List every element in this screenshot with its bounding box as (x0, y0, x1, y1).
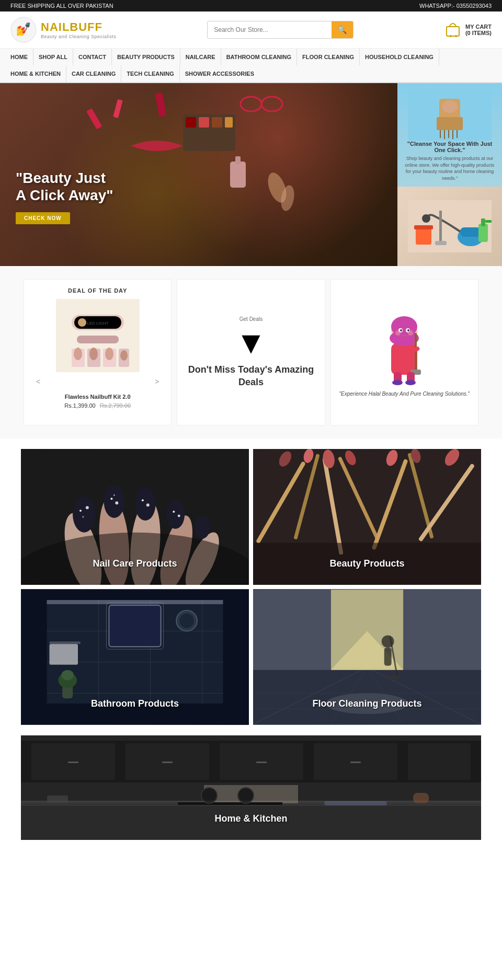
svg-rect-64 (415, 333, 417, 375)
search-input[interactable] (208, 22, 332, 38)
hero-banner: "Beauty Just A Click Away" CHECK NOW (0, 83, 502, 266)
kitchen-svg (21, 735, 481, 840)
svg-rect-39 (485, 220, 492, 223)
search-bar[interactable]: 🔍 (207, 21, 353, 39)
bathroom-category-card[interactable]: Bathroom Products (21, 589, 249, 725)
svg-rect-31 (460, 227, 481, 237)
logo[interactable]: 💅 NAILBUFF Beauty and Cleaning Specialis… (10, 17, 117, 43)
home-kitchen-category-card[interactable]: Home & Kitchen (21, 735, 481, 840)
svg-rect-16 (230, 162, 246, 188)
nailcare-category-card[interactable]: Nail Care Products (21, 449, 249, 585)
deals-section: DEAL OF THE DAY LED LIGHT (0, 266, 502, 439)
svg-rect-5 (86, 108, 102, 130)
nav-household-cleaning[interactable]: HOUSEHOLD CLEANING (360, 49, 439, 65)
bottom-category-section: Home & Kitchen (0, 735, 502, 850)
svg-point-87 (113, 494, 115, 496)
shipping-notice: FREE SHIPPING ALL OVER PAKISTAN (10, 3, 113, 9)
hero-right-bottom (397, 187, 502, 266)
hero-title-line2: A Click Away" (16, 187, 113, 203)
svg-point-69 (392, 380, 403, 385)
deal-next-btn[interactable]: > (151, 376, 163, 387)
deal-original-price: Rs.2,799.00 (100, 402, 131, 409)
categories-grid: Nail Care Products Beauty Products (0, 439, 502, 735)
hero-right-top-img (408, 88, 492, 141)
search-button[interactable]: 🔍 (332, 21, 353, 38)
svg-point-60 (400, 329, 402, 331)
svg-point-14 (261, 97, 282, 111)
svg-point-53 (120, 350, 128, 361)
get-deals-label: Get Deals (239, 316, 263, 322)
cart[interactable]: MY CART (0 ITEMS) (444, 21, 492, 38)
nav-home-kitchen[interactable]: HOME & KITCHEN (5, 65, 66, 82)
svg-rect-124 (50, 641, 81, 644)
nav-inner: HOME SHOP ALL CONTACT BEAUTY PRODUCTS NA… (0, 49, 502, 82)
down-arrow-icon: ▼ (235, 327, 266, 359)
svg-point-57 (390, 330, 419, 346)
svg-point-63 (408, 330, 413, 336)
beauty-category-card[interactable]: Beauty Products (253, 449, 481, 585)
svg-rect-138 (253, 590, 331, 670)
nav-car-cleaning[interactable]: CAR CLEANING (66, 65, 121, 82)
floor-label: Floor Cleaning Products (253, 698, 481, 709)
svg-rect-22 (437, 117, 463, 130)
svg-rect-34 (414, 225, 433, 229)
svg-point-50 (74, 348, 82, 360)
deal-navigation: < > (32, 376, 163, 387)
nav-shower-accessories[interactable]: SHOWER ACCESSORIES (180, 65, 259, 82)
check-now-button[interactable]: CHECK NOW (16, 212, 70, 224)
logo-text: NAILBUFF Beauty and Cleaning Specialists (41, 20, 117, 39)
nav-tech-cleaning[interactable]: TECH CLEANING (121, 65, 179, 82)
nav-bathroom-cleaning[interactable]: BATHROOM CLEANING (221, 49, 297, 65)
nav-contact[interactable]: CONTACT (73, 49, 112, 65)
svg-text:💅: 💅 (16, 21, 31, 37)
nav-beauty-products[interactable]: BEAUTY PRODUCTS (112, 49, 180, 65)
deal-prev-btn[interactable]: < (32, 376, 44, 387)
svg-point-62 (395, 330, 401, 336)
svg-point-32 (422, 214, 430, 223)
svg-point-84 (82, 516, 84, 518)
logo-name: NAILBUFF (41, 20, 117, 34)
svg-rect-139 (403, 590, 481, 670)
deal-current-price: Rs.1,399.00 (64, 402, 95, 409)
svg-rect-38 (481, 218, 485, 226)
svg-rect-9 (186, 117, 196, 128)
home-kitchen-label: Home & Kitchen (21, 813, 481, 824)
svg-rect-141 (384, 648, 392, 666)
whatsapp-notice: WHATSAPP:- 03550293043 (419, 3, 492, 9)
svg-point-88 (142, 499, 144, 501)
cart-label: MY CART (465, 24, 492, 30)
nav-nailcare[interactable]: NAILCARE (180, 49, 221, 65)
hero-right-sub: Shop beauty and cleaning products at our… (403, 155, 497, 181)
svg-point-86 (115, 501, 118, 504)
svg-point-81 (195, 516, 210, 539)
svg-point-51 (89, 348, 98, 360)
deal-of-day-label: DEAL OF THE DAY (68, 287, 127, 294)
svg-rect-10 (199, 117, 209, 128)
svg-point-77 (73, 496, 96, 532)
svg-rect-153 (408, 743, 471, 780)
floor-category-card[interactable]: Floor Cleaning Products (253, 589, 481, 725)
dont-miss-text: Don't Miss Today's Amazing Deals (185, 364, 316, 388)
svg-point-123 (61, 670, 74, 681)
hero-text: "Beauty Just A Click Away" CHECK NOW (16, 169, 113, 224)
nav-home[interactable]: HOME (5, 49, 33, 65)
nav-shop-all[interactable]: SHOP ALL (33, 49, 73, 65)
cleaning-supplies-svg (408, 200, 492, 252)
svg-point-28 (442, 100, 458, 113)
logo-tagline: Beauty and Cleaning Specialists (41, 34, 117, 39)
halal-quote: "Experience Halal Beauty And Pure Cleani… (339, 390, 470, 398)
deal-product-image: LED LIGHT (56, 299, 140, 372)
hero-left: "Beauty Just A Click Away" CHECK NOW (0, 83, 397, 266)
svg-rect-35 (439, 211, 442, 242)
nav-floor-cleaning[interactable]: FLOOR CLEANING (297, 49, 360, 65)
svg-rect-159 (178, 802, 282, 805)
svg-rect-45 (77, 336, 119, 343)
navigation: HOME SHOP ALL CONTACT BEAUTY PRODUCTS NA… (0, 49, 502, 83)
svg-point-82 (79, 510, 82, 512)
svg-rect-6 (113, 99, 123, 118)
cart-items: (0 ITEMS) (465, 30, 492, 36)
svg-rect-126 (109, 605, 161, 647)
get-deals-card: Get Deals ▼ Don't Miss Today's Amazing D… (177, 279, 325, 425)
svg-rect-165 (21, 801, 481, 802)
svg-rect-37 (478, 224, 488, 242)
